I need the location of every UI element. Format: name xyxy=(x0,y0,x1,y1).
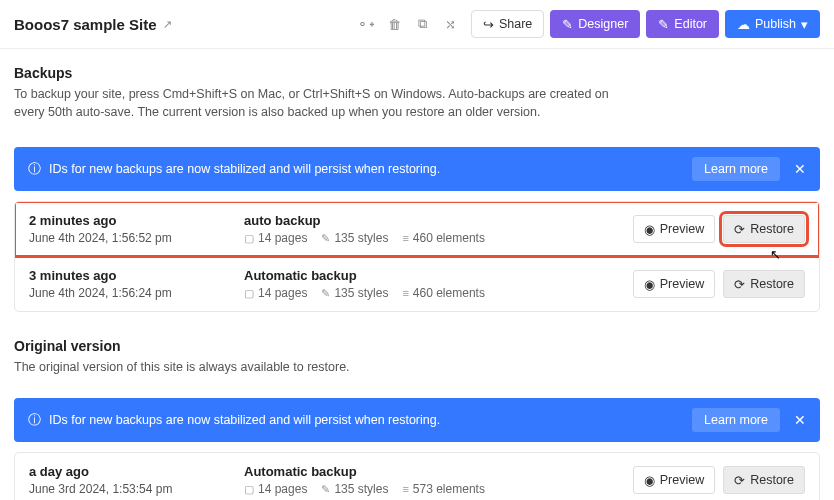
backup-time-relative: a day ago xyxy=(29,464,244,479)
share-icon: ↪ xyxy=(483,17,494,32)
backups-heading: Backups xyxy=(14,65,820,81)
backup-time-absolute: June 4th 2024, 1:56:24 pm xyxy=(29,286,244,300)
preview-button[interactable]: ◉Preview xyxy=(633,466,715,494)
eye-icon: ◉ xyxy=(644,473,655,488)
backup-time-absolute: June 3rd 2024, 1:53:54 pm xyxy=(29,482,244,496)
learn-more-button[interactable]: Learn more xyxy=(692,408,780,432)
chevron-down-icon: ▾ xyxy=(801,17,808,32)
backup-meta: ▢14 pages ✎135 styles ≡573 elements xyxy=(244,482,633,496)
page-icon: ▢ xyxy=(244,232,254,245)
restore-label: Restore xyxy=(750,473,794,487)
backup-title: Automatic backup xyxy=(244,268,633,283)
backup-title: Automatic backup xyxy=(244,464,633,479)
preview-button[interactable]: ◉Preview xyxy=(633,215,715,243)
share-label: Share xyxy=(499,17,532,31)
share-button[interactable]: ↪ Share xyxy=(471,10,544,38)
backups-section: Backups To backup your site, press Cmd+S… xyxy=(0,49,834,131)
transfer-icon[interactable]: ⤭ xyxy=(439,12,463,36)
backup-meta: ▢14 pages ✎135 styles ≡460 elements xyxy=(244,286,633,300)
restore-label: Restore xyxy=(750,222,794,236)
preview-label: Preview xyxy=(660,277,704,291)
designer-button[interactable]: ✎ Designer xyxy=(550,10,640,38)
app-header: Booos7 sample Site ↗ ⚬᛭ 🗑 ⧉ ⤭ ↪ Share ✎ … xyxy=(0,0,834,49)
elements-icon: ≡ xyxy=(402,287,408,299)
backup-title: auto backup xyxy=(244,213,633,228)
backup-meta: ▢14 pages ✎135 styles ≡460 elements xyxy=(244,231,633,245)
editor-label: Editor xyxy=(674,17,707,31)
backup-time-relative: 2 minutes ago xyxy=(29,213,244,228)
restore-icon: ⟳ xyxy=(734,277,745,292)
styles-count: 135 styles xyxy=(334,231,388,245)
restore-label: Restore xyxy=(750,277,794,291)
styles-count: 135 styles xyxy=(334,286,388,300)
styles-icon: ✎ xyxy=(321,232,330,245)
banner-text: IDs for new backups are now stabilized a… xyxy=(49,162,440,176)
copy-icon[interactable]: ⧉ xyxy=(411,12,435,36)
trash-icon[interactable]: 🗑 xyxy=(383,12,407,36)
restore-icon: ⟳ xyxy=(734,222,745,237)
backup-row: a day ago June 3rd 2024, 1:53:54 pm Auto… xyxy=(15,453,819,500)
publish-button[interactable]: ☁ Publish ▾ xyxy=(725,10,820,38)
pencil-icon: ✎ xyxy=(562,17,573,32)
banner-text: IDs for new backups are now stabilized a… xyxy=(49,413,440,427)
backup-list: 2 minutes ago June 4th 2024, 1:56:52 pm … xyxy=(14,201,820,312)
info-icon: ⓘ xyxy=(28,160,41,178)
backup-time-relative: 3 minutes ago xyxy=(29,268,244,283)
cloud-icon: ☁ xyxy=(737,17,750,32)
styles-count: 135 styles xyxy=(334,482,388,496)
info-icon: ⓘ xyxy=(28,411,41,429)
page-icon: ▢ xyxy=(244,483,254,496)
original-desc: The original version of this site is alw… xyxy=(14,358,614,376)
editor-button[interactable]: ✎ Editor xyxy=(646,10,719,38)
cursor-icon: ↖ xyxy=(770,247,781,262)
original-heading: Original version xyxy=(14,338,820,354)
eye-icon: ◉ xyxy=(644,222,655,237)
site-title: Booos7 sample Site xyxy=(14,16,157,33)
pencil-icon: ✎ xyxy=(658,17,669,32)
original-section: Original version The original version of… xyxy=(0,312,834,382)
pages-count: 14 pages xyxy=(258,482,307,496)
publish-label: Publish xyxy=(755,17,796,31)
close-icon[interactable]: ✕ xyxy=(794,161,806,177)
learn-more-button[interactable]: Learn more xyxy=(692,157,780,181)
preview-label: Preview xyxy=(660,222,704,236)
backup-row: 3 minutes ago June 4th 2024, 1:56:24 pm … xyxy=(15,256,819,311)
pages-count: 14 pages xyxy=(258,231,307,245)
elements-count: 460 elements xyxy=(413,231,485,245)
styles-icon: ✎ xyxy=(321,287,330,300)
eye-icon: ◉ xyxy=(644,277,655,292)
branch-icon[interactable]: ⚬᛭ xyxy=(355,12,379,36)
elements-count: 573 elements xyxy=(413,482,485,496)
backup-row: 2 minutes ago June 4th 2024, 1:56:52 pm … xyxy=(15,202,819,256)
page-icon: ▢ xyxy=(244,287,254,300)
info-banner: ⓘ IDs for new backups are now stabilized… xyxy=(14,398,820,442)
backups-desc: To backup your site, press Cmd+Shift+S o… xyxy=(14,85,614,121)
preview-label: Preview xyxy=(660,473,704,487)
elements-icon: ≡ xyxy=(402,232,408,244)
restore-button[interactable]: ⟳Restore xyxy=(723,466,805,494)
restore-icon: ⟳ xyxy=(734,473,745,488)
external-link-icon[interactable]: ↗ xyxy=(163,18,172,31)
backup-time-absolute: June 4th 2024, 1:56:52 pm xyxy=(29,231,244,245)
original-backup-list: a day ago June 3rd 2024, 1:53:54 pm Auto… xyxy=(14,452,820,500)
styles-icon: ✎ xyxy=(321,483,330,496)
restore-button[interactable]: ⟳Restore xyxy=(723,270,805,298)
restore-button[interactable]: ⟳Restore xyxy=(723,215,805,243)
designer-label: Designer xyxy=(578,17,628,31)
pages-count: 14 pages xyxy=(258,286,307,300)
close-icon[interactable]: ✕ xyxy=(794,412,806,428)
preview-button[interactable]: ◉Preview xyxy=(633,270,715,298)
elements-count: 460 elements xyxy=(413,286,485,300)
info-banner: ⓘ IDs for new backups are now stabilized… xyxy=(14,147,820,191)
elements-icon: ≡ xyxy=(402,483,408,495)
